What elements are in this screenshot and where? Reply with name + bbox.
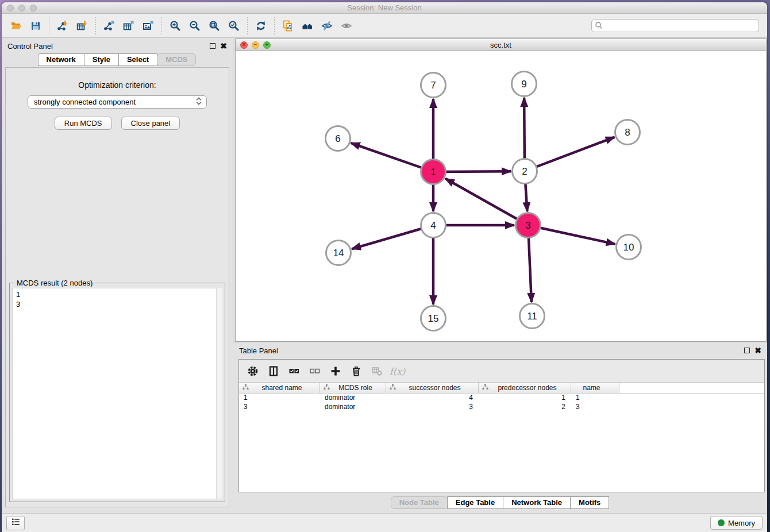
table-cell[interactable]: 4 <box>386 394 479 403</box>
open-session-icon[interactable] <box>6 17 26 35</box>
mcds-tab-content: Optimization criterion: strongly connect… <box>5 67 229 507</box>
mcds-result-list[interactable]: 1 3 <box>12 288 222 499</box>
table-cell[interactable]: 3 <box>571 403 619 412</box>
task-history-button[interactable] <box>6 516 25 530</box>
clone-network-icon[interactable] <box>278 17 298 35</box>
table-cell[interactable]: dominator <box>320 403 386 412</box>
table-cell[interactable]: 2 <box>479 403 571 412</box>
graph-edge-3-1[interactable] <box>445 179 528 225</box>
tab-edge-table[interactable]: Edge Table <box>447 496 503 509</box>
tab-motifs[interactable]: Motifs <box>570 496 609 509</box>
mcds-result-fieldset: MCDS result (2 nodes) 1 3 <box>9 283 225 502</box>
export-table-icon[interactable] <box>119 17 138 35</box>
toolbar-separator <box>247 17 248 34</box>
export-image-icon[interactable] <box>138 17 158 35</box>
search-input[interactable] <box>591 19 759 32</box>
close-panel-icon[interactable]: ✖ <box>220 43 227 49</box>
zoom-fit-icon[interactable] <box>205 17 224 35</box>
table-toolbar: f(x) <box>239 360 764 383</box>
right-column: × − + scc.txt 7968124314101511 Table Pan… <box>233 38 767 513</box>
app-titlebar: Session: New Session <box>2 2 767 14</box>
table-cell[interactable]: 1 <box>239 394 320 403</box>
tab-style[interactable]: Style <box>84 53 119 66</box>
deselect-all-columns-icon[interactable] <box>306 363 324 380</box>
table-header-row: shared nameMCDS rolesuccessor nodesprede… <box>239 383 764 394</box>
hierarchy-icon <box>324 384 330 392</box>
graph-node-label-14: 14 <box>333 248 344 259</box>
column-header-MCDS-role[interactable]: MCDS role <box>320 383 386 393</box>
graph-node-label-4: 4 <box>430 220 436 231</box>
tab-mcds[interactable]: MCDS <box>157 53 196 66</box>
graph-node-label-10: 10 <box>623 242 634 253</box>
save-session-icon[interactable] <box>26 17 45 35</box>
toolbar-separator <box>161 17 162 34</box>
search-box <box>591 19 759 32</box>
column-header-successor-nodes[interactable]: successor nodes <box>386 383 479 393</box>
table-panel: Table Panel ✖ f(x) shared nameMCDS roles… <box>233 343 767 513</box>
select-all-columns-icon[interactable] <box>285 363 303 380</box>
table-cell[interactable]: dominator <box>320 394 386 403</box>
import-table-icon[interactable] <box>72 17 92 35</box>
network-window: × − + scc.txt 7968124314101511 <box>235 38 767 342</box>
first-neighbors-icon[interactable] <box>298 17 317 35</box>
tab-select[interactable]: Select <box>118 53 157 66</box>
toolbar-separator <box>49 17 49 34</box>
table-cell[interactable]: 1 <box>479 394 571 403</box>
import-network-icon[interactable] <box>53 17 72 35</box>
graph-node-label-7: 7 <box>430 80 436 91</box>
function-builder-icon: f(x) <box>388 363 407 380</box>
mcds-result-title: MCDS result (2 nodes) <box>14 279 95 287</box>
close-table-panel-icon[interactable]: ✖ <box>754 348 761 353</box>
float-table-panel-icon[interactable] <box>744 348 750 353</box>
zoom-in-icon[interactable] <box>165 17 185 35</box>
close-panel-button[interactable]: Close panel <box>121 117 180 130</box>
refresh-icon[interactable] <box>251 17 271 35</box>
run-mcds-button[interactable]: Run MCDS <box>55 117 112 130</box>
table-tabs: Node TableEdge TableNetwork TableMotifs <box>233 496 767 509</box>
table-cell[interactable]: 3 <box>386 403 479 412</box>
hierarchy-icon <box>390 384 396 392</box>
optimization-criterion-label: Optimization criterion: <box>6 80 229 90</box>
graph-node-label-11: 11 <box>527 311 537 322</box>
table-row[interactable]: 3dominator323 <box>239 403 764 412</box>
control-panel-header: Control Panel ✖ <box>2 38 233 53</box>
table-mode-gear-icon[interactable] <box>244 363 262 380</box>
tab-node-table[interactable]: Node Table <box>391 496 448 509</box>
memory-status-icon <box>718 519 725 526</box>
graph-node-label-3: 3 <box>525 220 530 231</box>
criterion-select[interactable]: strongly connected component <box>28 95 207 109</box>
table-cell[interactable]: 3 <box>239 403 320 412</box>
tab-network-table[interactable]: Network Table <box>503 496 571 509</box>
show-columns-icon[interactable] <box>264 363 283 380</box>
result-scrollbar[interactable] <box>216 288 222 499</box>
main-toolbar <box>2 14 767 38</box>
graph-node-label-1: 1 <box>430 167 436 178</box>
table-panel-header: Table Panel ✖ <box>233 343 767 358</box>
table-cell[interactable]: 1 <box>571 394 619 403</box>
app-window: Session: New Session Control Panel ✖ Net… <box>2 2 767 532</box>
show-all-icon[interactable] <box>337 17 356 35</box>
export-network-icon[interactable] <box>99 17 119 35</box>
network-graph[interactable]: 7968124314101511 <box>236 52 766 341</box>
delete-columns-icon[interactable] <box>347 363 365 380</box>
graph-edge-3-10[interactable] <box>528 225 615 244</box>
zoom-out-icon[interactable] <box>185 17 205 35</box>
graph-edge-2-8[interactable] <box>525 137 615 171</box>
hide-selected-icon[interactable] <box>317 17 337 35</box>
tab-network[interactable]: Network <box>38 53 84 66</box>
graph-node-label-8: 8 <box>625 127 630 138</box>
create-column-icon[interactable] <box>326 363 345 380</box>
memory-button[interactable]: Memory <box>710 516 763 530</box>
float-panel-icon[interactable] <box>210 43 215 49</box>
zoom-selected-icon[interactable] <box>224 17 244 35</box>
control-panel-tabs: NetworkStyleSelectMCDS <box>2 53 233 66</box>
delete-table-icon <box>368 363 386 380</box>
status-bar: Memory <box>2 513 767 532</box>
network-canvas[interactable]: 7968124314101511 <box>236 52 766 341</box>
graph-node-label-15: 15 <box>428 313 439 324</box>
column-header-predecessor-nodes[interactable]: predecessor nodes <box>479 383 571 393</box>
column-header-shared-name[interactable]: shared name <box>239 383 320 393</box>
table-row[interactable]: 1dominator411 <box>239 394 764 403</box>
column-header-name[interactable]: name <box>571 383 619 393</box>
graph-node-label-9: 9 <box>521 79 526 90</box>
